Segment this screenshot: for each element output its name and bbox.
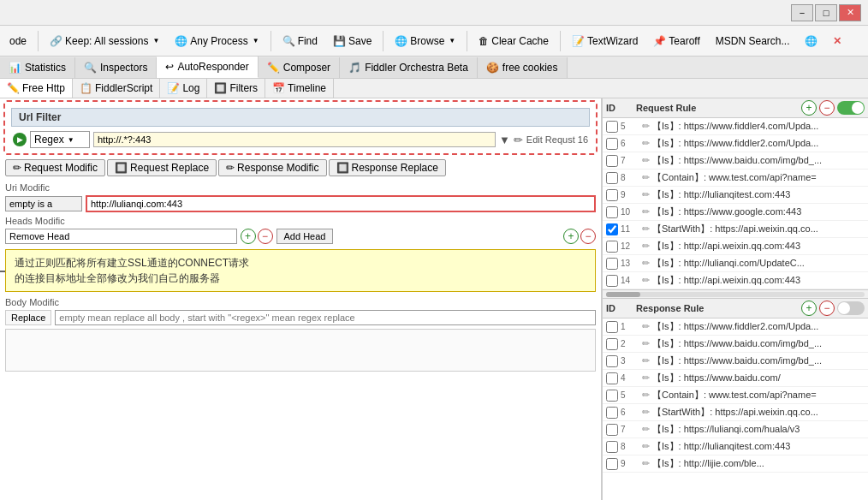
- heads-right-add-btn[interactable]: +: [563, 229, 579, 244]
- request-rule-row[interactable]: 6✏【Is】: https://www.fiddler2.com/Upda...: [603, 135, 868, 152]
- close-button[interactable]: ✕: [839, 4, 861, 21]
- rule-edit-icon[interactable]: ✏: [642, 155, 650, 166]
- response-replace-tab[interactable]: 🔲 Response Replace: [329, 159, 446, 176]
- request-modific-tab[interactable]: ✏ Request Modific: [5, 159, 105, 176]
- textwizard-button[interactable]: 📝 TextWizard: [566, 33, 644, 50]
- heads-right-remove-btn[interactable]: −: [580, 229, 596, 244]
- toolbar-x-button[interactable]: ✕: [827, 33, 847, 50]
- tab-free-cookies[interactable]: 🍪 free cookies: [478, 57, 568, 78]
- rule-edit-icon[interactable]: ✏: [642, 407, 650, 418]
- rule-checkbox[interactable]: [606, 338, 618, 350]
- resp-rules-toggle[interactable]: [837, 301, 865, 315]
- req-rules-remove-btn[interactable]: −: [819, 100, 835, 116]
- url-filter-input[interactable]: [93, 132, 496, 147]
- heads-add-btn[interactable]: +: [241, 229, 256, 244]
- request-rule-row[interactable]: 14✏【Is】: http://api.weixin.qq.com:443: [603, 272, 868, 289]
- rule-edit-icon[interactable]: ✏: [642, 172, 650, 183]
- request-rule-row[interactable]: 9✏【Is】: http://lulianqitest.com:443: [603, 187, 868, 204]
- msdn-button[interactable]: MSDN Search...: [710, 33, 796, 50]
- rule-checkbox[interactable]: [606, 441, 618, 453]
- rule-checkbox[interactable]: [606, 407, 618, 419]
- response-rule-row[interactable]: 7✏【Is】: https://lulianqi.com/huala/v3: [603, 421, 868, 438]
- add-head-button[interactable]: Add Head: [276, 229, 334, 244]
- rule-checkbox[interactable]: [606, 390, 618, 402]
- toolbar-close-button[interactable]: 🌐: [799, 33, 823, 50]
- mode-button[interactable]: ode: [3, 33, 33, 50]
- rule-checkbox[interactable]: [606, 223, 618, 235]
- heads-remove-input[interactable]: [5, 229, 237, 244]
- rule-checkbox[interactable]: [606, 355, 618, 367]
- tab2-fiddlerscript[interactable]: 📋 FiddlerScript: [73, 79, 160, 98]
- rule-edit-icon[interactable]: ✏: [642, 258, 650, 269]
- response-modific-tab[interactable]: ✏ Response Modific: [218, 159, 326, 176]
- filter-edit-icon[interactable]: ✏: [514, 134, 523, 146]
- request-rule-row[interactable]: 5✏【Is】: https://www.fiddler4.com/Upda...: [603, 118, 868, 135]
- req-rules-add-btn[interactable]: +: [801, 100, 817, 116]
- heads-remove-btn[interactable]: −: [258, 229, 273, 244]
- rule-checkbox[interactable]: [606, 121, 618, 133]
- tab-orchestra[interactable]: 🎵 Fiddler Orchestra Beta: [340, 57, 478, 78]
- filter-enable-toggle[interactable]: ▶: [13, 133, 27, 146]
- rule-edit-icon[interactable]: ✏: [642, 189, 650, 200]
- browse-button[interactable]: 🌐 Browse ▼: [389, 33, 461, 50]
- tab2-filters[interactable]: 🔲 Filters: [207, 79, 265, 98]
- body-replace-input[interactable]: [55, 310, 596, 325]
- rule-edit-icon[interactable]: ✏: [642, 390, 650, 401]
- resp-rules-remove-btn[interactable]: −: [819, 301, 835, 316]
- rule-checkbox[interactable]: [606, 138, 618, 150]
- rule-edit-icon[interactable]: ✏: [642, 138, 650, 149]
- request-rule-row[interactable]: 7✏【Is】: https://www.baidu.com/img/bd_...: [603, 152, 868, 170]
- find-button[interactable]: 🔍 Find: [276, 33, 324, 50]
- rule-checkbox[interactable]: [606, 275, 618, 287]
- tab-autoresponder[interactable]: ↩ AutoResponder: [157, 57, 258, 78]
- tearoff-button[interactable]: 📌 Tearoff: [647, 33, 705, 50]
- response-rule-row[interactable]: 6✏【StartWith】: https://api.weixin.qq.co.…: [603, 404, 868, 421]
- request-replace-tab[interactable]: 🔲 Request Replace: [107, 159, 217, 176]
- process-dropdown[interactable]: 🌐 Any Process ▼: [169, 33, 265, 50]
- uri-modific-right-input[interactable]: [86, 195, 596, 212]
- response-rule-row[interactable]: 2✏【Is】: https://www.baidu.com/img/bd_...: [603, 336, 868, 353]
- rule-edit-icon[interactable]: ✏: [642, 338, 650, 349]
- resp-rules-add-btn[interactable]: +: [801, 301, 817, 316]
- rule-edit-icon[interactable]: ✏: [642, 441, 650, 452]
- rule-edit-icon[interactable]: ✏: [642, 458, 650, 469]
- rule-edit-icon[interactable]: ✏: [642, 223, 650, 235]
- tab-statistics[interactable]: 📊 Statistics: [0, 57, 75, 78]
- rule-edit-icon[interactable]: ✏: [642, 424, 650, 435]
- response-rule-row[interactable]: 1✏【Is】: https://www.fiddler2.com/Upda...: [603, 318, 868, 336]
- clear-cache-button[interactable]: 🗑 Clear Cache: [473, 33, 555, 50]
- rule-edit-icon[interactable]: ✏: [642, 121, 650, 132]
- tab2-log[interactable]: 📝 Log: [160, 79, 207, 98]
- response-rule-row[interactable]: 3✏【Is】: https://www.baidu.com/img/bd_...: [603, 353, 868, 370]
- response-rule-row[interactable]: 4✏【Is】: https://www.baidu.com/: [603, 370, 868, 387]
- save-button[interactable]: 💾 Save: [327, 33, 378, 50]
- rule-checkbox[interactable]: [606, 258, 618, 270]
- tab2-freehttp[interactable]: ✏️ Free Http: [0, 79, 73, 98]
- rule-checkbox[interactable]: [606, 241, 618, 253]
- req-rules-toggle[interactable]: [837, 101, 865, 115]
- uri-modific-left-input[interactable]: [5, 196, 82, 211]
- request-rule-row[interactable]: 13✏【Is】: http://lulianqi.com/UpdateC...: [603, 255, 868, 272]
- rule-edit-icon[interactable]: ✏: [642, 321, 650, 332]
- rule-checkbox[interactable]: [606, 155, 618, 167]
- rule-edit-icon[interactable]: ✏: [642, 206, 650, 217]
- minimize-button[interactable]: −: [791, 4, 813, 21]
- keep-sessions-dropdown[interactable]: 🔗 Keep: All sessions ▼: [44, 33, 165, 50]
- request-rule-row[interactable]: 10✏【Is】: https://www.google.com:443: [603, 204, 868, 221]
- rule-edit-icon[interactable]: ✏: [642, 241, 650, 252]
- response-rule-row[interactable]: 5✏【Contain】: www.test.com/api?name=: [603, 387, 868, 404]
- rule-checkbox[interactable]: [606, 172, 618, 184]
- rule-checkbox[interactable]: [606, 206, 618, 218]
- maximize-button[interactable]: □: [815, 4, 837, 21]
- rule-checkbox[interactable]: [606, 372, 618, 384]
- filter-funnel-icon[interactable]: ▼: [499, 134, 510, 146]
- rule-edit-icon[interactable]: ✏: [642, 355, 650, 366]
- req-rules-scrollbar[interactable]: [603, 289, 868, 298]
- response-rule-row[interactable]: 9✏【Is】: http://lijie.com/ble...: [603, 455, 868, 473]
- response-rule-row[interactable]: 8✏【Is】: http://lulianqitest.com:443: [603, 438, 868, 455]
- tab2-timeline[interactable]: 📅 Timeline: [265, 79, 334, 98]
- tab-composer[interactable]: ✏️ Composer: [259, 57, 340, 78]
- rule-checkbox[interactable]: [606, 321, 618, 333]
- rule-edit-icon[interactable]: ✏: [642, 372, 650, 384]
- rule-checkbox[interactable]: [606, 458, 618, 470]
